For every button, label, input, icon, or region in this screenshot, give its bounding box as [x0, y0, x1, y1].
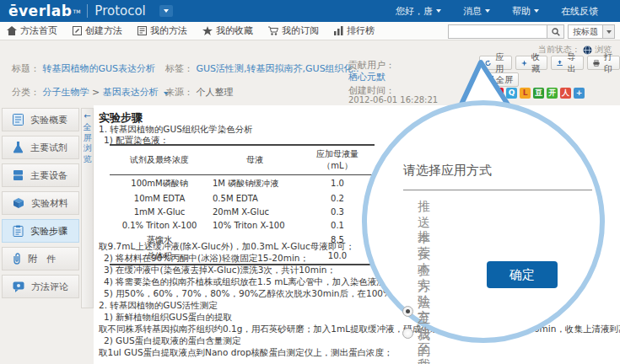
source-row: 来源： 个人整理	[165, 86, 234, 99]
user-menu[interactable]: 您好，唐	[396, 5, 441, 18]
search-input[interactable]	[448, 24, 547, 39]
radio-icon[interactable]	[402, 328, 413, 339]
export-button[interactable]: 导出	[551, 56, 584, 70]
share-more-icon[interactable]: +	[574, 88, 585, 99]
sidebar-item-comments[interactable]: 方法评论	[2, 275, 79, 298]
chevron-down-icon	[607, 30, 612, 34]
nav-method-home[interactable]: 方法首页	[7, 24, 57, 37]
table-row: 100mM磷酸钠1M 磷酸钠缓冲液1.0	[110, 175, 375, 192]
product-name: Protocol	[94, 3, 145, 19]
user-menu-label: 您好，唐	[396, 5, 433, 18]
category-label: 分类：	[12, 87, 40, 98]
nav-label: 我的订阅	[282, 24, 319, 37]
help-menu[interactable]: 帮助	[512, 5, 539, 18]
nav-my-methods[interactable]: 我的方法	[137, 24, 187, 37]
feedback-link[interactable]: 在线反馈	[561, 5, 598, 18]
trademark-label: TM	[73, 8, 81, 14]
confirm-button[interactable]: 确定	[487, 261, 558, 288]
contributor-label: 贡献用户：	[348, 60, 395, 71]
sidebar-item-label: 实验材料	[31, 197, 68, 210]
fullscreen-button[interactable]: 全屏	[479, 72, 519, 87]
category-link[interactable]: 基因表达分析	[103, 87, 159, 98]
chevron-down-icon	[436, 9, 441, 13]
search-icon	[552, 28, 560, 36]
favorite-button[interactable]: 收藏	[515, 56, 548, 70]
share-weibo-icon[interactable]: 微	[493, 88, 504, 99]
tags-links[interactable]: GUS活性测,转基因拟南芥,GUS组织化..	[197, 63, 359, 74]
share-douban-icon[interactable]: 豆	[533, 88, 544, 99]
nav-my-favorites[interactable]: 我的收藏	[202, 24, 253, 37]
messages-label: 消息	[463, 5, 482, 18]
nav-label: 我的方法	[150, 24, 187, 37]
product-switcher-button[interactable]	[159, 5, 173, 17]
created-time-value: 2012-06-01 16:28:21	[348, 95, 438, 104]
comment-icon	[13, 281, 24, 292]
step-2-1: 1) 新鲜植物组织GUS蛋白的提取	[104, 312, 232, 324]
favorite-star-icon	[521, 59, 527, 67]
sidebar-item-reagents[interactable]: 主要试剂	[2, 136, 79, 159]
contributor-label-row: 贡献用户：	[348, 59, 395, 72]
my-methods-icon	[137, 26, 147, 35]
share-facebook-icon[interactable]: f	[479, 88, 490, 99]
print-button[interactable]: 打印	[587, 56, 620, 70]
nav-my-subscriptions[interactable]: 我的订阅	[268, 24, 319, 37]
table-row: 1mM X-Gluc20mM X-Gluc0.3	[110, 205, 375, 218]
share-kaixin-icon[interactable]: 开	[547, 88, 558, 99]
sidebar-item-label: 主要试剂	[30, 142, 67, 154]
step-2-2: 2) GUS蛋白提取液的蛋白含量测定	[104, 335, 241, 347]
sidebar-item-label: 实验步骤	[30, 225, 67, 238]
source-value: 个人整理	[197, 87, 234, 98]
nav-rankings[interactable]: 排行榜	[334, 24, 375, 37]
filter-dropdown-button[interactable]	[602, 25, 614, 38]
messages-menu[interactable]: 消息	[463, 5, 490, 18]
topbar: ēverlab TM Protocol 您好，唐 消息 帮助 在线反馈	[0, 0, 620, 22]
apply-refresh-icon	[485, 59, 491, 67]
logo-divider	[87, 4, 88, 18]
contributor-link[interactable]: 栖心元默	[348, 72, 385, 83]
document-icon	[13, 114, 24, 126]
sidebar-item-equipment[interactable]: 主要设备	[2, 163, 79, 187]
create-icon	[73, 26, 82, 35]
logo-area: ēverlab TM Protocol	[8, 3, 173, 19]
search-button[interactable]	[547, 24, 564, 39]
fullscreen-icon	[485, 76, 493, 84]
feedback-label: 在线反馈	[561, 5, 598, 18]
sidebar: 实验概要 主要试剂 主要设备 实验材料 实验步骤 附 件 方法评论	[2, 108, 79, 302]
fullscreen-browse-toggle[interactable]: ← 全屏浏览	[81, 108, 94, 308]
fullscreen-label: 全屏	[496, 74, 513, 86]
category-parent-link[interactable]: 分子生物学	[43, 87, 89, 98]
step-line: 3) 在缓冲液中(染色液去掉X-Gluc)漂洗3次，共计10min；	[104, 265, 336, 276]
nav-create-method[interactable]: 创建方法	[73, 24, 122, 37]
dialog-title: 请选择应用方式	[403, 163, 592, 190]
search-area: 按标题	[448, 24, 615, 39]
protocol-content: 实验步骤 1. 转基因植物的GUS组织化学染色分析 1) 配置染色液： 试剂及最…	[94, 105, 620, 364]
table-header-row: 试剂及最终浓度 母液 应加母液量（mL）	[110, 145, 375, 175]
left-arrow-icon: ←	[84, 112, 90, 120]
th-reagent: 试剂及最终浓度	[110, 145, 209, 175]
step-2-1-text: 取不同株系转基因拟南芥组织约0.1g，用石英砂研磨；加入1mL提取缓冲液，研成匀…	[99, 324, 620, 335]
star-icon	[202, 26, 213, 35]
share-qq-icon[interactable]: Q	[506, 88, 517, 99]
sidebar-item-attachments[interactable]: 附 件	[2, 247, 79, 270]
sidebar-item-materials[interactable]: 实验材料	[2, 191, 79, 215]
step-line: 2) 将材料在90%丙酮中(冰浴)轻微固定15-20min；	[104, 253, 309, 265]
filter-label: 按标题	[569, 26, 602, 38]
search-filter-select[interactable]: 按标题	[568, 24, 615, 39]
share-taojianghu-icon[interactable]: L	[520, 88, 531, 99]
fullscreen-row: 全屏	[479, 72, 519, 87]
share-icons-row: f 微 Q L 豆 开 人 +	[479, 88, 585, 99]
cart-icon	[268, 26, 278, 35]
apply-button[interactable]: 应用	[479, 56, 512, 70]
sidebar-item-label: 主要设备	[30, 169, 67, 182]
protocol-meta: 标题： 转基因植物的GUS表达分析 标签： GUS活性测,转基因拟南芥,GUS组…	[0, 52, 620, 104]
paperclip-icon	[13, 253, 21, 265]
share-renren-icon[interactable]: 人	[560, 88, 571, 99]
chevron-down-icon	[485, 9, 490, 13]
sidebar-item-steps[interactable]: 实验步骤	[2, 219, 79, 243]
tags-row: 标签： GUS活性测,转基因拟南芥,GUS组织化..	[165, 62, 359, 75]
favorite-label: 收藏	[530, 51, 542, 75]
sidebar-item-overview[interactable]: 实验概要	[2, 108, 79, 131]
option-recommend-to-lab[interactable]: 推荐本实验方法至我的实验室	[402, 229, 430, 364]
protocol-title-link[interactable]: 转基因植物的GUS表达分析	[43, 63, 156, 74]
fullscreen-browse-label: 全屏浏览	[83, 122, 92, 164]
